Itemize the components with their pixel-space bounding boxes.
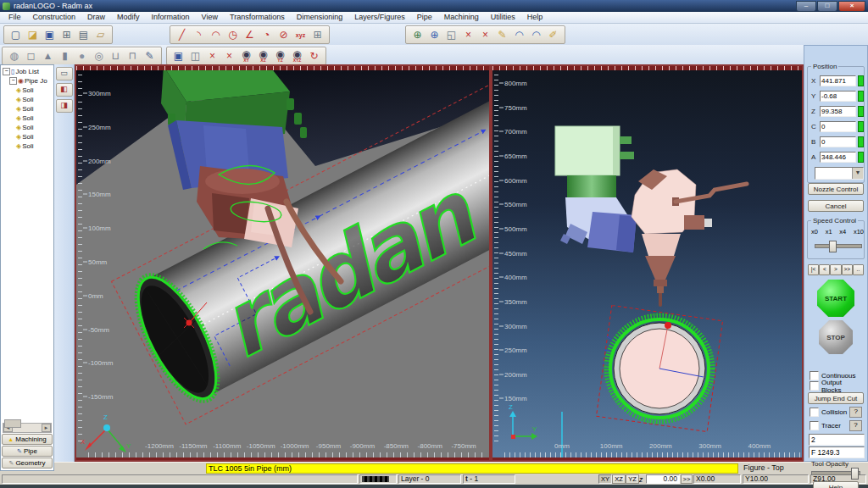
- menu-item[interactable]: Construction: [27, 12, 82, 23]
- nozzle-control-button[interactable]: Nozzle Control: [808, 183, 864, 195]
- print-setup-icon[interactable]: ⊞: [58, 27, 75, 42]
- fit-view-icon[interactable]: ×: [460, 27, 476, 42]
- xyz-point-icon[interactable]: xyz: [292, 27, 309, 42]
- viewport-3d[interactable]: radan: [75, 64, 491, 462]
- solid-cube-icon[interactable]: ◻: [23, 48, 39, 64]
- solid-torus-icon[interactable]: ◎: [91, 48, 107, 64]
- speed-slider-thumb[interactable]: [829, 241, 837, 252]
- viewport-red-left-icon[interactable]: ◧: [56, 83, 73, 97]
- eraser-icon[interactable]: ✐: [545, 27, 561, 42]
- line-icon[interactable]: ╱: [174, 27, 190, 42]
- tree-solid-item[interactable]: ◈Soli: [2, 123, 53, 132]
- line-style-cell[interactable]: [359, 474, 397, 484]
- step-button[interactable]: |<: [808, 264, 819, 275]
- scroll-right-icon[interactable]: ►: [42, 424, 51, 432]
- view-xz-icon[interactable]: ◉XZ: [255, 48, 271, 64]
- arc-icon[interactable]: ◠: [208, 27, 224, 42]
- tree-expander-icon[interactable]: −: [9, 77, 17, 85]
- tracer-checkbox-row[interactable]: Tracer ?: [810, 421, 862, 430]
- view-xy-icon[interactable]: ◉XY: [238, 48, 254, 64]
- menu-item[interactable]: Layers/Figures: [348, 12, 411, 23]
- arc-center-icon[interactable]: ◷: [225, 27, 241, 42]
- view-xyz-icon[interactable]: ◉XYZ: [289, 48, 305, 64]
- tracer-help-button[interactable]: ?: [849, 420, 862, 431]
- layer-cell[interactable]: Layer - 0: [398, 474, 461, 484]
- viewport-section[interactable]: Z Y 800mm750mm700mm650mm600mm550mm500mm4…: [491, 64, 804, 462]
- new-file-icon[interactable]: ▢: [8, 27, 24, 42]
- zoom-window-icon[interactable]: ⊕: [426, 27, 442, 42]
- menu-item[interactable]: View: [196, 12, 224, 23]
- tool-opacity-thumb[interactable]: [851, 468, 859, 480]
- pipe-joint-icon[interactable]: ⊔: [108, 48, 124, 64]
- jump-end-cut-button[interactable]: Jump End Cut: [808, 392, 864, 404]
- scroll-thumb[interactable]: [4, 419, 21, 428]
- collision-help-button[interactable]: ?: [849, 407, 862, 418]
- highlighter-icon[interactable]: ✎: [494, 27, 510, 42]
- collision-checkbox-row[interactable]: Collision ?: [810, 408, 862, 417]
- tree-solid-item[interactable]: ◈Soli: [2, 104, 53, 114]
- menu-item[interactable]: Dimensioning: [291, 12, 349, 23]
- feed-rate-field[interactable]: F 1249.3: [809, 446, 865, 458]
- menu-item[interactable]: Utilities: [485, 12, 521, 23]
- arc-tangent-icon[interactable]: ◝: [191, 27, 207, 42]
- continuous-checkbox[interactable]: [810, 371, 819, 380]
- solid-box-icon[interactable]: ▮: [57, 48, 73, 64]
- fit-all-icon[interactable]: ×: [477, 27, 493, 42]
- viewport-red-corner-icon[interactable]: ◨: [56, 99, 73, 113]
- tool-number-field[interactable]: 2: [809, 434, 865, 446]
- render-3d-icon[interactable]: ▣: [170, 48, 186, 64]
- solid-cone-icon[interactable]: ▲: [40, 48, 56, 64]
- step-button[interactable]: ..: [853, 264, 864, 275]
- menu-item[interactable]: Pipe: [411, 12, 438, 23]
- position-value-field[interactable]: 99.358: [820, 106, 856, 117]
- orbit-vertical-icon[interactable]: ◠: [528, 27, 544, 42]
- tree-solid-item[interactable]: ◈Soli: [2, 95, 53, 104]
- zoom-fit-icon[interactable]: ×: [204, 48, 220, 64]
- menu-item[interactable]: File: [3, 12, 27, 23]
- viewport-single-icon[interactable]: ▭: [56, 67, 73, 80]
- solid-sphere-icon[interactable]: ●: [74, 48, 90, 64]
- position-value-field[interactable]: 348.446: [820, 152, 856, 163]
- title-bar[interactable]: radanLOGO - Radm ax – □ ×: [0, 0, 868, 12]
- position-value-field[interactable]: 0: [820, 121, 856, 132]
- menu-item[interactable]: Transformations: [224, 12, 291, 23]
- view-yz-icon[interactable]: ◉YZ: [272, 48, 288, 64]
- menu-item[interactable]: Help: [521, 12, 549, 23]
- copy-icon[interactable]: ▱: [92, 27, 108, 42]
- tree-solid-item[interactable]: ◈Soli: [2, 114, 53, 123]
- menu-item[interactable]: Information: [146, 12, 196, 23]
- orbit-icon[interactable]: ◠: [511, 27, 527, 42]
- position-value-field[interactable]: 0: [820, 136, 856, 147]
- view-rotate-icon[interactable]: ↻: [306, 48, 322, 64]
- snap-grid-icon[interactable]: ⊞: [309, 27, 326, 42]
- save-icon[interactable]: ▣: [42, 27, 58, 42]
- step-button[interactable]: >: [830, 264, 841, 275]
- close-button[interactable]: ×: [838, 1, 865, 12]
- minimize-button[interactable]: –: [796, 1, 816, 12]
- tree-pipe-job[interactable]: −◉Pipe Jo: [2, 76, 53, 86]
- tool-opacity-track[interactable]: [811, 471, 860, 475]
- open-file-icon[interactable]: ◪: [25, 27, 41, 42]
- right-viewport-scene[interactable]: Z Y: [492, 66, 802, 460]
- zoom-all-icon[interactable]: ×: [221, 48, 237, 64]
- tree-root-job-list[interactable]: −▯Job List: [2, 67, 53, 76]
- tree-expander-icon[interactable]: −: [3, 68, 10, 75]
- viewport-layout-icon[interactable]: ◫: [187, 48, 203, 64]
- speed-slider-track[interactable]: [815, 244, 862, 248]
- tab-machining[interactable]: ▲ Machining: [2, 434, 53, 445]
- tree-solid-item[interactable]: ◈Soli: [2, 86, 53, 95]
- cancel-button[interactable]: Cancel: [808, 200, 864, 212]
- chevron-down-icon[interactable]: ▼: [852, 168, 863, 179]
- print-icon[interactable]: ▤: [75, 27, 92, 42]
- tracer-checkbox[interactable]: [810, 421, 819, 430]
- tree-solid-item[interactable]: ◈Soli: [2, 141, 53, 151]
- tab-geometry[interactable]: ✎ Geometry: [2, 458, 53, 469]
- position-value-field[interactable]: -0.68: [820, 91, 856, 102]
- stop-button[interactable]: STOP: [819, 320, 853, 354]
- step-button[interactable]: <: [819, 264, 830, 275]
- plane-button-yz[interactable]: YZ: [626, 474, 639, 484]
- output-blocks-checkbox[interactable]: [810, 381, 819, 391]
- menu-item[interactable]: Machining: [438, 12, 485, 23]
- position-preset-dropdown[interactable]: ▼: [815, 167, 864, 180]
- more-button[interactable]: >>: [681, 474, 693, 484]
